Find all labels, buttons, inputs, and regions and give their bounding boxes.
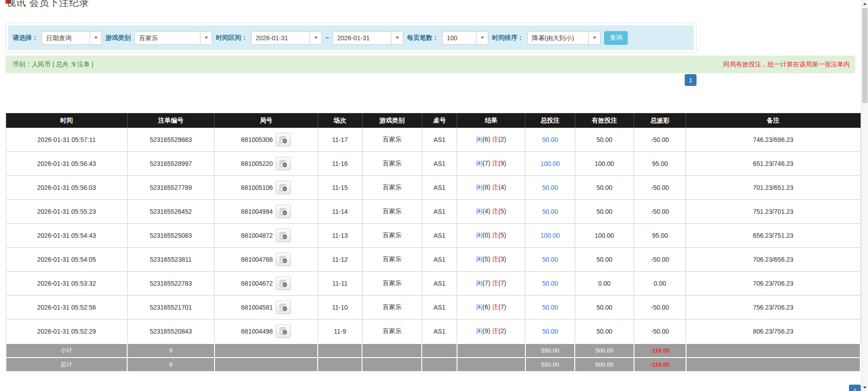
subtotal-row-empty — [362, 344, 422, 358]
total-bet-link[interactable]: 50.00 — [542, 184, 558, 191]
video-replay-button[interactable] — [276, 181, 291, 194]
cell-time: 2026-01-31 05:55:23 — [6, 200, 127, 224]
cell-valid-bet: 0.00 — [575, 272, 634, 296]
total-bet-link[interactable]: 50.00 — [542, 280, 558, 287]
result-player-score: (8) — [482, 184, 490, 191]
cell-valid-bet: 50.00 — [575, 248, 634, 272]
subtotal-row-payout: -110.00 — [634, 344, 686, 358]
video-replay-button[interactable] — [276, 133, 291, 146]
chevron-down-icon[interactable] — [391, 32, 403, 44]
cell-game-type: 百家乐 — [362, 176, 422, 200]
cell-payout: 0.00 — [634, 272, 686, 296]
cell-time: 2026-01-31 05:54:43 — [6, 224, 127, 248]
cell-remark: 746.23/696.23 — [686, 128, 860, 152]
time-sort-label: 时间排序： — [492, 34, 524, 42]
time-sort-select[interactable]: 降幂(由大到小) — [527, 31, 601, 45]
video-replay-button[interactable] — [276, 301, 291, 314]
col-header-round: 局号 — [215, 113, 318, 128]
cell-valid-bet: 100.00 — [575, 152, 634, 176]
table-row: 2026-01-31 05:56:03523165527789681005106… — [6, 176, 860, 200]
cell-time: 2026-01-31 05:56:03 — [6, 176, 127, 200]
scrollbar[interactable] — [861, 0, 868, 391]
col-header-total-bet: 总投注 — [525, 113, 575, 128]
cell-result: 闲(7) 庄(7) — [457, 272, 525, 296]
pagination-top: 1 — [5, 74, 696, 86]
cell-session: 11-17 — [318, 128, 362, 152]
page-1-button-bottom[interactable]: 1 — [849, 385, 861, 391]
video-replay-button[interactable] — [276, 157, 291, 170]
scroll-thumb[interactable] — [862, 8, 868, 103]
cell-bet-id: 523165527789 — [127, 176, 215, 200]
search-button[interactable]: 查询 — [604, 31, 628, 45]
result-player-score: (7) — [482, 279, 490, 287]
video-replay-button[interactable] — [276, 205, 291, 218]
result-banker: 庄 — [492, 303, 498, 311]
cell-bet-id: 523165528997 — [127, 152, 215, 176]
video-replay-button[interactable] — [276, 253, 291, 266]
total-bet-link[interactable]: 50.00 — [542, 328, 558, 335]
total-bet-link[interactable]: 50.00 — [542, 208, 558, 215]
records-table: 时间注单编号局号场次游戏类别桌号结果总投注有效投注总派彩备注2026-01-31… — [5, 113, 861, 372]
subtotal-row-total-bet: 550.00 — [525, 344, 575, 358]
cell-session: 11-12 — [318, 248, 362, 272]
date-to-input[interactable]: 2026-01-31 — [333, 31, 403, 45]
grand-total-row-empty — [318, 358, 362, 372]
chevron-down-icon[interactable] — [90, 32, 101, 44]
cell-round: 681004581 — [215, 296, 318, 320]
subtotal-row-empty — [318, 344, 362, 358]
total-bet-link[interactable]: 50.00 — [542, 136, 558, 143]
cell-valid-bet: 50.00 — [575, 176, 634, 200]
cell-table-no: AS1 — [422, 200, 457, 224]
total-bet-link[interactable]: 100.00 — [540, 160, 560, 167]
cell-session: 11-14 — [318, 200, 362, 224]
cell-result: 闲(4) 庄(5) — [457, 200, 525, 224]
cell-round: 681004872 — [215, 224, 318, 248]
result-banker-score: (7) — [498, 279, 506, 287]
cell-valid-bet: 50.00 — [575, 320, 634, 344]
cell-round: 681004498 — [215, 320, 318, 344]
result-banker-score: (2) — [498, 327, 506, 334]
video-replay-icon — [279, 207, 288, 216]
total-bet-link[interactable]: 100.00 — [540, 232, 560, 239]
video-replay-button[interactable] — [276, 325, 291, 338]
query-type-select[interactable]: 日期查询 — [42, 31, 102, 45]
per-page-select[interactable]: 100 — [442, 31, 488, 45]
cell-session: 11-11 — [318, 272, 362, 296]
cell-bet-id: 523165521701 — [127, 296, 215, 320]
date-from-input[interactable]: 2026-01-31 — [251, 31, 322, 45]
video-replay-button[interactable] — [276, 229, 291, 242]
cell-session: 11-16 — [318, 152, 362, 176]
grand-total-row-label: 总计 — [6, 358, 127, 372]
scroll-up-button[interactable] — [862, 0, 868, 7]
cell-table-no: AS1 — [422, 272, 457, 296]
grand-total-row-payout: -110.00 — [634, 358, 686, 372]
arrow-up-icon — [863, 3, 867, 5]
round-number: 681004498 — [241, 328, 273, 335]
cell-game-type: 百家乐 — [362, 272, 422, 296]
cell-table-no: AS1 — [422, 248, 457, 272]
cell-bet-id: 523165529883 — [127, 128, 215, 152]
table-row: 2026-01-31 05:52:56523165521701681004581… — [6, 296, 860, 320]
chevron-down-icon[interactable] — [200, 32, 212, 44]
chevron-down-icon[interactable] — [310, 32, 321, 44]
video-replay-button[interactable] — [276, 277, 291, 290]
cell-result: 闲(5) 庄(3) — [457, 248, 525, 272]
total-bet-link[interactable]: 50.00 — [542, 304, 558, 311]
table-row: 2026-01-31 05:54:05523165523811681004768… — [6, 248, 860, 272]
video-replay-icon — [279, 303, 288, 311]
cell-valid-bet: 100.00 — [575, 224, 634, 248]
cell-payout: -50.00 — [634, 200, 686, 224]
result-player: 闲 — [476, 207, 482, 215]
scroll-down-button[interactable] — [862, 384, 868, 391]
page-1-button[interactable]: 1 — [685, 74, 696, 86]
chevron-down-icon[interactable] — [476, 32, 488, 44]
cell-game-type: 百家乐 — [362, 200, 422, 224]
chevron-down-icon[interactable] — [588, 32, 600, 44]
result-banker: 庄 — [492, 184, 498, 191]
col-header-result: 结果 — [457, 113, 525, 128]
total-bet-link[interactable]: 50.00 — [542, 256, 558, 263]
cell-result: 闲(6) 庄(7) — [457, 296, 525, 320]
game-type-select[interactable]: 百家乐 — [134, 31, 212, 45]
col-header-valid-bet: 有效投注 — [575, 113, 634, 128]
cell-time: 2026-01-31 05:54:05 — [6, 248, 127, 272]
